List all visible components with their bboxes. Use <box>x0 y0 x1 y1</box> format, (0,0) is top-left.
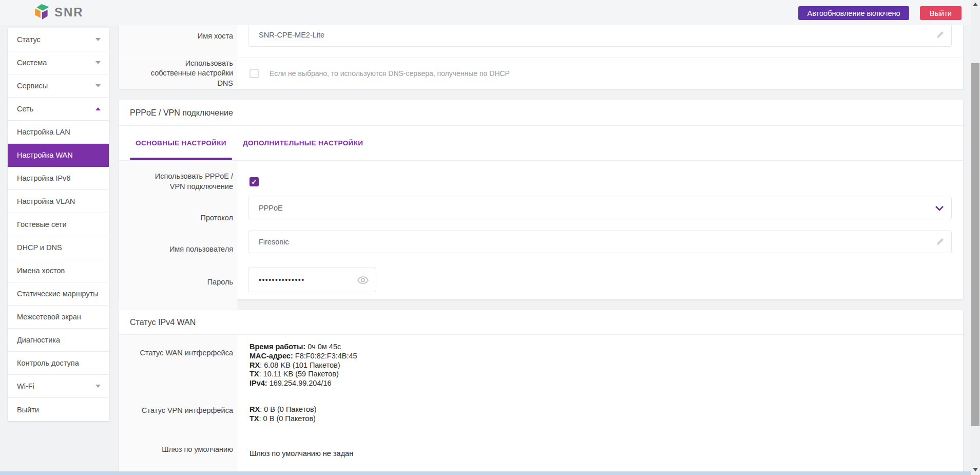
caret-up-icon <box>95 107 101 110</box>
dns-hint: Если не выбрано, то используются DNS-сер… <box>270 69 510 78</box>
wan-status-row: Статус WAN интферфейса Время работы: 0ч … <box>119 335 963 394</box>
username-label: Имя пользователя <box>119 234 237 265</box>
caret-down-icon <box>95 38 101 41</box>
sidebar-item-wan-settings[interactable]: Настройка WAN <box>8 144 109 167</box>
protocol-row: Протокол <box>119 203 963 234</box>
pppoe-tabs: ОСНОВНЫЕ НАСТРОЙКИ ДОПОЛНИТЕЛЬНЫЕ НАСТРО… <box>119 126 963 161</box>
top-header: SNR Автообновление включено Выйти <box>0 0 980 25</box>
protocol-select[interactable] <box>248 197 952 219</box>
page-scrollbar[interactable] <box>971 0 980 475</box>
sidebar-item-firewall[interactable]: Межсетевой экран <box>8 306 109 329</box>
gateway-label: Шлюз по умолчанию <box>119 435 237 471</box>
pppoe-vpn-card: PPPoE / VPN подключение ОСНОВНЫЕ НАСТРОЙ… <box>119 100 963 299</box>
sidebar-item-static-routes[interactable]: Статические маршруты <box>8 282 109 306</box>
password-input-box: •••••••••••••• <box>248 268 376 292</box>
scrollbar-down-arrow[interactable] <box>973 468 978 471</box>
username-input[interactable] <box>248 231 936 253</box>
username-row: Имя пользователя <box>119 234 963 265</box>
hostname-input-box <box>248 23 952 47</box>
caret-down-icon <box>95 84 101 87</box>
caret-down-icon <box>95 61 101 64</box>
vpn-status-label: Статус VPN интферфейса <box>119 394 237 435</box>
wan-status-label: Статус WAN интферфейса <box>119 335 237 394</box>
eye-icon[interactable] <box>357 276 369 284</box>
sidebar-item-lan-settings[interactable]: Настройка LAN <box>8 121 109 144</box>
sidebar-item-hostnames[interactable]: Имена хостов <box>8 259 109 282</box>
wan-tx: TX: 10.11 KB (59 Пакетов) <box>249 370 963 379</box>
edit-pencil-icon[interactable] <box>936 31 944 39</box>
vpn-rx: RX: 0 B (0 Пакетов) <box>249 405 963 414</box>
wan-rx: RX: 6.08 KB (101 Пакетов) <box>249 361 963 370</box>
sidebar-item-vlan-settings[interactable]: Настройка VLAN <box>8 190 109 213</box>
protocol-label: Протокол <box>119 203 237 234</box>
snr-logo-icon <box>33 4 51 21</box>
pppoe-card-title: PPPoE / VPN подключение <box>119 100 963 126</box>
username-input-box <box>248 231 952 253</box>
vpn-status-row: Статус VPN интферфейса RX: 0 B (0 Пакето… <box>119 394 963 435</box>
gateway-row: Шлюз по умолчанию Шлюз по умолчанию не з… <box>119 435 963 471</box>
sidebar-item-logout[interactable]: Выйти <box>8 398 109 421</box>
sidebar-item-services[interactable]: Сервисы <box>8 74 109 98</box>
dns-label: Использовать собственные настройки DNS <box>119 58 237 89</box>
sidebar-item-guest-networks[interactable]: Гостевые сети <box>8 213 109 236</box>
autoupdate-button[interactable]: Автообновление включено <box>798 6 909 20</box>
vpn-tx: TX: 0 B (0 Пакетов) <box>249 414 963 424</box>
sidebar-item-ipv6-settings[interactable]: Настройка IPv6 <box>8 167 109 190</box>
sidebar-item-status[interactable]: Статус <box>8 28 109 51</box>
snr-logo: SNR <box>33 4 84 21</box>
status-card-title: Статус IPv4 WAN <box>119 310 963 335</box>
wan-mac: MAC-адрес: F8:F0:82:F3:4B:45 <box>249 352 963 361</box>
scrollbar-thumb[interactable] <box>971 63 979 426</box>
use-pppoe-label: Использовать PPPoE / VPN подключение <box>119 161 237 203</box>
snr-logo-text: SNR <box>54 5 84 20</box>
tab-advanced-settings[interactable]: ДОПОЛНИТЕЛЬНЫЕ НАСТРОЙКИ <box>237 126 369 160</box>
sidebar-nav: Статус Система Сервисы Сеть Настройка LA… <box>8 28 109 421</box>
wan-ipv4: IPv4: 169.254.99.204/16 <box>249 379 963 388</box>
dns-row: Использовать собственные настройки DNS Е… <box>119 58 963 89</box>
sidebar-item-wifi[interactable]: Wi-Fi <box>8 375 109 398</box>
bottom-edge-strip <box>0 471 971 475</box>
gateway-value: Шлюз по умолчанию не задан <box>249 449 963 459</box>
use-pppoe-checkbox[interactable]: ✓ <box>249 177 259 186</box>
logout-button[interactable]: Выйти <box>920 6 962 20</box>
sidebar-item-diagnostics[interactable]: Диагностика <box>8 329 109 352</box>
password-masked-value[interactable]: •••••••••••••• <box>248 276 357 284</box>
caret-down-icon <box>95 385 101 388</box>
tab-basic-settings[interactable]: ОСНОВНЫЕ НАСТРОЙКИ <box>130 126 232 160</box>
sidebar-item-network[interactable]: Сеть <box>8 98 109 121</box>
general-settings-card: Имя хоста Использовать собственные настр… <box>119 15 963 89</box>
sidebar-item-system[interactable]: Система <box>8 51 109 74</box>
edit-pencil-icon[interactable] <box>936 238 944 246</box>
protocol-value <box>248 197 935 219</box>
sidebar-item-access-control[interactable]: Контроль доступа <box>8 352 109 375</box>
scrollbar-up-arrow[interactable] <box>973 3 978 6</box>
sidebar-item-dhcp-dns[interactable]: DHCP и DNS <box>8 236 109 259</box>
hostname-input[interactable] <box>248 23 936 46</box>
chevron-down-icon[interactable] <box>935 205 944 211</box>
wan-uptime: Время работы: 0ч 0м 45с <box>249 343 963 352</box>
ipv4-wan-status-card: Статус IPv4 WAN Статус WAN интферфейса В… <box>119 310 963 471</box>
dns-checkbox[interactable] <box>249 69 259 78</box>
